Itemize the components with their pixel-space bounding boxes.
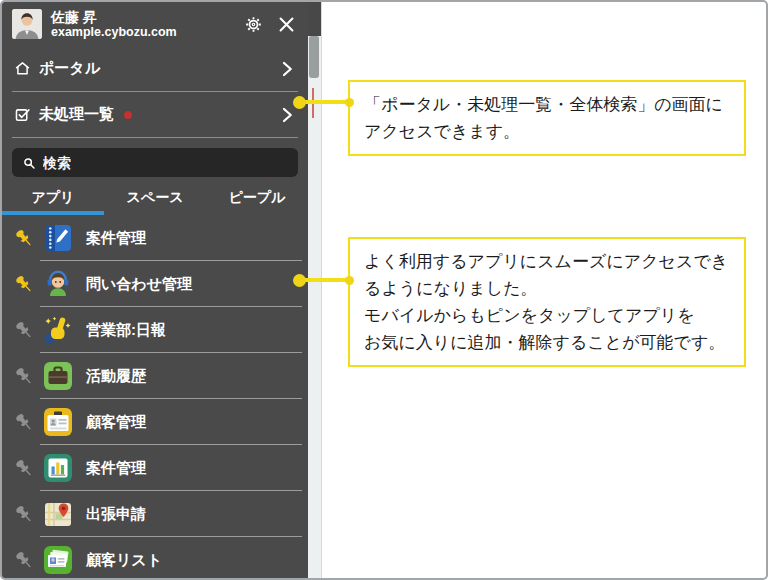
home-icon — [14, 60, 31, 77]
app-list-item[interactable]: 問い合わせ管理 — [2, 261, 308, 307]
briefcase-icon — [42, 360, 74, 392]
scrollbar-thumb[interactable] — [309, 36, 319, 78]
nav-item-label: ポータル — [39, 59, 100, 78]
app-list-item[interactable]: 案件管理 — [2, 215, 308, 261]
callout-text-line: モバイルからもピンをタップしてアプリを — [364, 302, 730, 329]
callout-portal-note: 「ポータル・未処理一覧・全体検索」の画面にアクセスできます。 — [348, 80, 746, 156]
callout-text-line: お気に入りに追加・解除することが可能です。 — [364, 329, 730, 356]
user-name: 佐藤 昇 — [51, 9, 177, 25]
notification-badge-dot — [124, 111, 132, 119]
page-scrollbar-track[interactable] — [308, 2, 322, 578]
pin-toggle[interactable] — [12, 456, 36, 480]
app-name: 顧客管理 — [86, 413, 146, 432]
app-name: 案件管理 — [86, 229, 146, 248]
pin-toggle[interactable] — [12, 318, 36, 342]
avatar[interactable] — [12, 9, 42, 39]
user-header: 佐藤 昇 example.cybozu.com — [2, 2, 308, 46]
pin-toggle[interactable] — [12, 272, 36, 296]
connector-dot — [293, 274, 306, 287]
callout-pinned-apps-note: よく利用するアプリにスムーズにアクセスできるようになりました。 モバイルからもピ… — [348, 237, 746, 367]
tab-people[interactable]: ピープル — [206, 185, 308, 215]
app-list-item[interactable]: 案件管理 — [2, 445, 308, 491]
app-name: 営業部:日報 — [86, 321, 166, 340]
pin-icon — [13, 457, 35, 479]
pin-icon — [13, 411, 35, 433]
support-agent-icon — [42, 268, 74, 300]
app-list-item[interactable]: 顧客管理 — [2, 399, 308, 445]
pin-toggle[interactable] — [12, 502, 36, 526]
pin-icon — [13, 319, 35, 341]
pin-icon — [13, 227, 35, 249]
callout-text: 「ポータル・未処理一覧・全体検索」の画面にアクセスできます。 — [364, 91, 730, 145]
nav-item-portal[interactable]: ポータル — [2, 46, 308, 91]
mobile-menu-panel: 佐藤 昇 example.cybozu.com — [2, 2, 308, 578]
connector-dot — [293, 96, 306, 109]
close-icon — [277, 15, 296, 34]
app-list-item[interactable]: 営業部:日報 — [2, 307, 308, 353]
checkbox-check-icon — [14, 106, 31, 123]
map-pin-icon — [42, 498, 74, 530]
search-box[interactable] — [12, 148, 298, 177]
callout-connector-line — [299, 278, 349, 282]
pin-icon — [13, 503, 35, 525]
pin-toggle[interactable] — [12, 410, 36, 434]
close-button[interactable] — [274, 12, 298, 36]
pin-icon — [13, 365, 35, 387]
pin-toggle[interactable] — [12, 226, 36, 250]
pin-icon — [13, 549, 35, 571]
nav-item-pending-list[interactable]: 未処理一覧 — [2, 92, 308, 137]
app-name: 問い合わせ管理 — [86, 275, 192, 294]
app-name: 活動履歴 — [86, 367, 146, 386]
customer-cards-icon — [42, 544, 74, 576]
pin-toggle[interactable] — [12, 548, 36, 572]
scrollbar-dark-cap — [308, 2, 321, 36]
tab-label: アプリ — [32, 189, 75, 207]
id-card-icon — [42, 406, 74, 438]
app-name: 案件管理 — [86, 459, 146, 478]
notebook-icon — [42, 222, 74, 254]
search-icon — [22, 156, 36, 170]
avatar-photo — [12, 9, 42, 39]
app-list-item[interactable]: 出張申請 — [2, 491, 308, 537]
callout-connector-line — [299, 100, 349, 104]
app-name: 出張申請 — [86, 505, 146, 524]
nav-item-label: 未処理一覧 — [39, 105, 114, 124]
tab-label: ピープル — [229, 189, 286, 207]
app-list-item[interactable]: 活動履歴 — [2, 353, 308, 399]
settings-button[interactable] — [241, 12, 265, 36]
thumbs-up-icon — [42, 314, 74, 346]
user-domain: example.cybozu.com — [51, 25, 177, 40]
connector-dot — [345, 276, 354, 285]
app-list-item[interactable]: 顧客リスト — [2, 537, 308, 578]
screenshot-frame: 佐藤 昇 example.cybozu.com — [0, 0, 768, 580]
callout-text-line: よく利用するアプリにスムーズにアクセスできるようになりました。 — [364, 248, 730, 302]
pin-toggle[interactable] — [12, 364, 36, 388]
user-info: 佐藤 昇 example.cybozu.com — [51, 9, 177, 40]
connector-dot — [345, 98, 354, 107]
chevron-right-icon — [278, 60, 296, 78]
gear-icon — [245, 16, 262, 33]
search-area — [2, 138, 308, 185]
app-name: 顧客リスト — [86, 551, 162, 570]
tab-spaces[interactable]: スペース — [104, 185, 206, 215]
bar-chart-icon — [42, 452, 74, 484]
tab-label: スペース — [127, 189, 184, 207]
pin-icon — [13, 273, 35, 295]
tab-apps[interactable]: アプリ — [2, 185, 104, 215]
tab-bar: アプリ スペース ピープル — [2, 185, 308, 215]
chevron-right-icon — [278, 106, 296, 124]
search-input[interactable] — [43, 155, 288, 171]
